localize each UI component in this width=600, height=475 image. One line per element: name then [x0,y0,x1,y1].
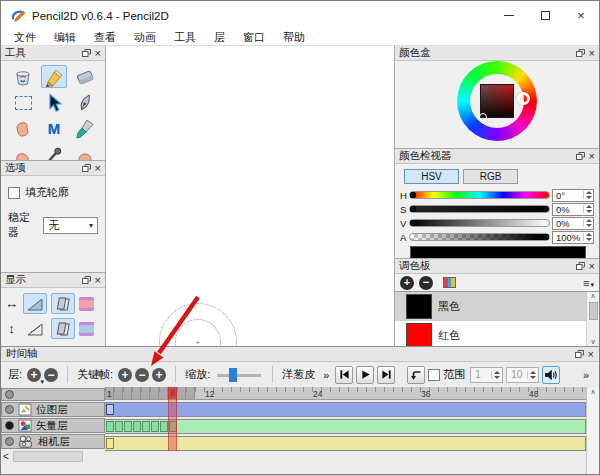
tab-hsv[interactable]: HSV [404,169,459,184]
finger-tool-button[interactable] [72,143,98,160]
range-start-spinbox[interactable]: 1 [470,367,503,383]
overlay-panes2-button[interactable] [51,318,75,339]
menu-window[interactable]: 窗口 [234,30,274,45]
flip-horizontal-icon[interactable]: ↔ [4,296,19,311]
spin-down-icon[interactable] [586,238,592,241]
add-layer-button[interactable]: +▾ [27,368,41,382]
saturation-spinbox[interactable]: 0% [552,203,594,216]
menu-view[interactable]: 查看 [85,30,125,45]
timeline-zoom-slider[interactable] [217,367,261,383]
remove-keyframe-button[interactable]: − [135,368,149,382]
close-button[interactable]: × [563,1,599,30]
close-panel-icon[interactable]: × [589,151,595,162]
playhead[interactable] [168,387,177,451]
color-inspector-header[interactable]: 颜色检视器 × [395,149,599,164]
drawing-canvas[interactable]: + [106,46,394,346]
range-checkbox[interactable] [428,369,440,381]
keyframe-cell[interactable] [133,421,141,432]
hue-slider[interactable] [409,191,550,199]
scroll-down-icon[interactable]: ∨ [590,338,595,346]
mirror-view-button[interactable] [23,293,47,314]
maximize-button[interactable] [527,1,563,30]
float-panel-icon[interactable] [82,49,91,57]
move-tool-button[interactable] [41,91,67,114]
menu-help[interactable]: 帮助 [274,30,314,45]
options-panel-header[interactable]: 选项 × [1,161,105,176]
scrollbar-thumb[interactable] [13,451,83,462]
spinner-arrows[interactable] [583,191,592,199]
spin-down-icon[interactable] [586,224,592,227]
timeline-vertical-scrollbar[interactable]: ∧ [586,387,599,475]
fill-contour-checkbox[interactable] [8,187,20,199]
alpha-slider-handle[interactable] [543,234,549,240]
menu-layer[interactable]: 层 [205,30,234,45]
flip-vertical-icon[interactable]: ↕ [4,321,19,336]
onion-prev-color-button[interactable] [79,297,94,311]
minimize-button[interactable] [491,1,527,30]
spinner-arrows[interactable] [583,233,592,241]
keyframe-cell[interactable] [106,438,114,449]
all-layers-visibility-row[interactable] [1,388,105,401]
tab-rgb[interactable]: RGB [463,169,518,184]
value-slider[interactable] [409,219,550,227]
spinner-arrows[interactable] [527,371,536,379]
keyframe-cell[interactable] [142,421,150,432]
eraser-tool-button[interactable] [72,65,98,88]
visibility-dot-icon[interactable] [5,421,14,430]
remove-layer-button[interactable]: − [44,368,58,382]
spinner-arrows[interactable] [583,219,592,227]
spin-down-icon[interactable] [494,376,500,379]
visibility-dot-icon[interactable] [5,390,14,399]
scroll-up-icon[interactable]: ∧ [590,292,595,300]
spinner-arrows[interactable] [491,371,500,379]
display-panel-header[interactable]: 显示 × [1,273,105,288]
select-tool-button[interactable] [10,91,36,114]
timeline-horizontal-scrollbar[interactable]: < [3,451,83,462]
scroll-left-icon[interactable]: < [3,451,9,462]
keyframe-cell[interactable] [106,421,114,432]
value-spinbox[interactable]: 0% [552,217,594,230]
hand-tool-button[interactable] [10,117,36,140]
slider-handle[interactable] [229,368,237,382]
eyedropper-tool-button[interactable] [41,143,67,160]
keyframe-cell[interactable] [160,421,168,432]
track-header-bitmap[interactable]: 位图层 [1,402,105,417]
hue-marker[interactable] [517,92,530,105]
track-header-camera[interactable]: 相机层 [1,434,105,449]
close-panel-icon[interactable]: × [95,163,101,174]
alpha-slider[interactable] [409,233,550,241]
sound-toggle-button[interactable] [542,366,560,384]
hue-slider-handle[interactable] [410,192,416,198]
spin-up-icon[interactable] [586,219,592,222]
track-header-vector[interactable]: 矢量层 [1,418,105,433]
close-panel-icon[interactable]: × [589,261,595,272]
menu-animation[interactable]: 动画 [125,30,165,45]
spin-up-icon[interactable] [586,205,592,208]
sv-marker[interactable] [479,113,487,121]
spin-down-icon[interactable] [586,210,592,213]
overlay-panes-button[interactable] [51,293,75,314]
color-wheel[interactable] [457,61,537,141]
polyline-tool-button[interactable]: M [41,117,67,140]
close-panel-icon[interactable]: × [95,275,101,286]
keyframe-cell[interactable] [151,421,159,432]
bucket-tool-button[interactable] [10,65,36,88]
frame-ruler[interactable]: 1 12 24 36 48 8 [105,387,586,400]
range-end-spinbox[interactable]: 10 [506,367,539,383]
scrollbar-thumb[interactable] [589,302,598,320]
swatch-mode-icon[interactable] [443,277,456,288]
spin-up-icon[interactable] [586,233,592,236]
track-frames-area[interactable]: 1 12 24 36 48 8 [105,387,586,475]
palette-menu-button[interactable]: ≡ ▾ [583,277,594,289]
table-row[interactable] [105,402,586,417]
play-button[interactable] [356,366,374,384]
float-panel-icon[interactable] [82,276,91,284]
keyframe-cell[interactable] [115,421,123,432]
duplicate-keyframe-button[interactable]: + [152,368,166,382]
value-slider-handle[interactable] [410,220,416,226]
add-keyframe-button[interactable]: + [118,368,132,382]
saturation-slider[interactable] [409,205,550,213]
hue-spinbox[interactable]: 0° [552,189,594,202]
float-panel-icon[interactable] [576,262,585,270]
keyframe-cell[interactable] [106,404,114,415]
